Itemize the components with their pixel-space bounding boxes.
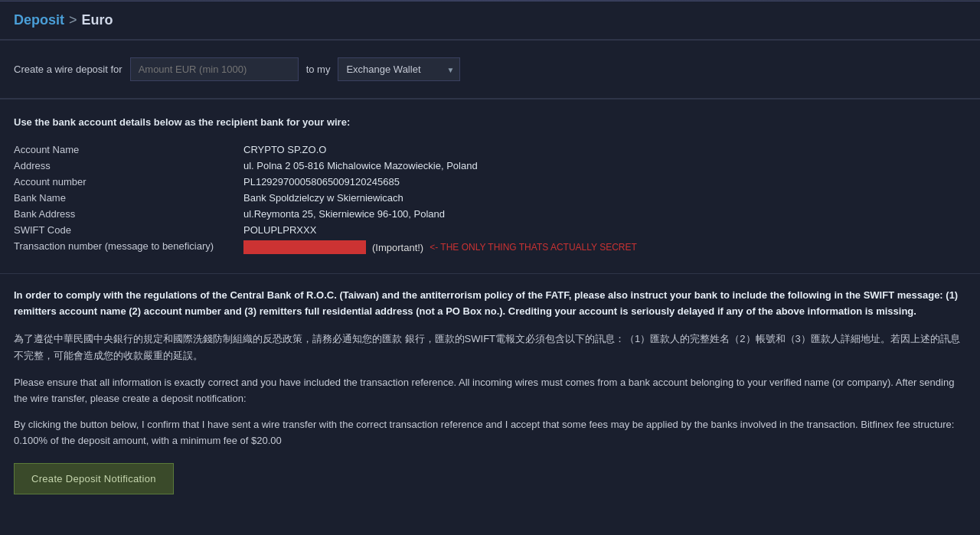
table-row: Account number PL12929700058065009120245…	[14, 174, 966, 190]
bank-details-table: Account Name CRYPTO SP.ZO.O Address ul. …	[14, 142, 966, 256]
amount-input[interactable]	[130, 57, 299, 81]
field-value: POLUPLPRXXX	[243, 222, 966, 238]
field-label: Transaction number (message to beneficia…	[14, 238, 243, 256]
field-label: SWIFT Code	[14, 222, 243, 238]
ensure-notice: Please ensure that all information is ex…	[14, 375, 966, 407]
to-my-label: to my	[306, 64, 331, 75]
transaction-row: (Important!) <- THE ONLY THING THATS ACT…	[243, 240, 966, 254]
secret-warning: <- THE ONLY THING THATS ACTUALLY SECRET	[430, 242, 637, 253]
table-row: Bank Name Bank Spoldzielczy w Skierniewi…	[14, 190, 966, 206]
field-value: PL12929700058065009120245685	[243, 174, 966, 190]
field-label: Account number	[14, 174, 243, 190]
field-label: Account Name	[14, 142, 243, 158]
confirm-notice: By clicking the button below, I confirm …	[14, 417, 966, 449]
table-row: Address ul. Polna 2 05-816 Michalowice M…	[14, 158, 966, 174]
table-row-transaction: Transaction number (message to beneficia…	[14, 238, 966, 256]
field-value: ul. Polna 2 05-816 Michalowice Mazowieck…	[243, 158, 966, 174]
create-deposit-notification-button[interactable]: Create Deposit Notification	[14, 463, 174, 494]
field-value: Bank Spoldzielczy w Skierniewicach	[243, 190, 966, 206]
field-value-transaction: (Important!) <- THE ONLY THING THATS ACT…	[243, 238, 966, 256]
field-value: ul.Reymonta 25, Skierniewice 96-100, Pol…	[243, 206, 966, 222]
table-row: Bank Address ul.Reymonta 25, Skierniewic…	[14, 206, 966, 222]
breadcrumb: Deposit > Euro	[0, 2, 980, 40]
deposit-breadcrumb-link[interactable]: Deposit	[14, 12, 64, 28]
table-row: Account Name CRYPTO SP.ZO.O	[14, 142, 966, 158]
wallet-select-wrapper: Exchange Wallet	[338, 57, 460, 81]
field-label: Address	[14, 158, 243, 174]
bank-details-section: Use the bank account details below as th…	[0, 99, 980, 274]
chinese-notice: 為了遵從中華民國中央銀行的規定和國際洗錢防制組織的反恐政策，請務必通知您的匯款 …	[14, 331, 966, 364]
wallet-select[interactable]: Exchange Wallet	[338, 57, 460, 81]
breadcrumb-current: Euro	[82, 12, 113, 28]
bold-notice: In order to comply with the regulations …	[14, 288, 966, 320]
redacted-transaction-number	[243, 240, 366, 254]
bank-details-title: Use the bank account details below as th…	[14, 116, 966, 128]
field-label: Bank Name	[14, 190, 243, 206]
wire-form-section: Create a wire deposit for to my Exchange…	[0, 41, 980, 99]
field-value: CRYPTO SP.ZO.O	[243, 142, 966, 158]
wire-form-label: Create a wire deposit for	[14, 64, 122, 75]
bottom-section: In order to comply with the regulations …	[0, 274, 980, 510]
important-label: (Important!)	[372, 242, 423, 253]
table-row: SWIFT Code POLUPLPRXXX	[14, 222, 966, 238]
breadcrumb-separator: >	[69, 12, 77, 28]
field-label: Bank Address	[14, 206, 243, 222]
